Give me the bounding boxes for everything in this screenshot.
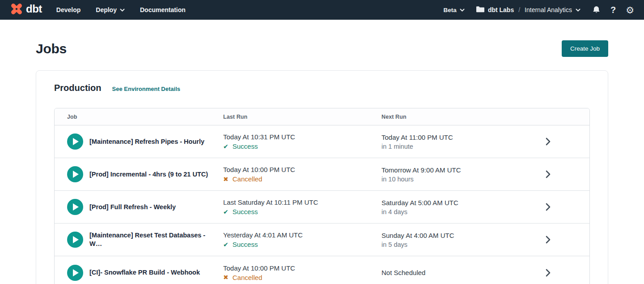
jobs-table: Job Last Run Next Run [Maintenance] Refr… <box>54 108 590 284</box>
job-status: ✔ Success <box>223 208 373 215</box>
job-name: [CI]- Snowflake PR Build - Webhook <box>89 268 200 277</box>
next-run-time: Sunday At 4:00 AM UTC <box>381 232 498 239</box>
job-name: [Maintenance] Refresh Pipes - Hourly <box>89 138 204 146</box>
top-nav: dbt Develop Deploy Documentation Beta <box>0 0 644 20</box>
project-switcher[interactable]: dbt Labs / Internal Analytics <box>476 6 580 14</box>
chevron-right-icon[interactable] <box>546 203 551 211</box>
project-name: Internal Analytics <box>525 6 572 13</box>
jobs-table-body: [Maintenance] Refresh Pipes - Hourly Tod… <box>55 125 589 284</box>
column-header-next-run: Next Run <box>381 114 507 120</box>
job-name: [Prod] Incremental - 4hrs (9 to 21 UTC) <box>89 170 208 179</box>
gear-icon[interactable]: ⚙ <box>626 5 634 15</box>
x-icon: ✖ <box>223 274 229 280</box>
job-name: [Prod] Full Refresh - Weekly <box>89 203 176 211</box>
next-run-time: Tomorrow At 9:00 AM UTC <box>381 166 498 174</box>
create-job-button[interactable]: Create Job <box>562 40 608 57</box>
next-run-relative: in 10 hours <box>381 176 498 183</box>
nav-item-documentation[interactable]: Documentation <box>140 6 186 13</box>
job-name: [Maintenance] Reset Test Databases - W… <box>89 231 212 248</box>
nav-item-deploy[interactable]: Deploy <box>96 6 125 13</box>
play-icon[interactable] <box>67 133 83 150</box>
play-icon[interactable] <box>67 199 83 215</box>
dbt-logo[interactable]: dbt <box>10 2 42 17</box>
table-row[interactable]: [Maintenance] Reset Test Databases - W… … <box>55 224 589 256</box>
job-status: ✔ Success <box>223 241 373 248</box>
table-row[interactable]: [Prod] Full Refresh - Weekly Last Saturd… <box>55 191 589 224</box>
help-icon[interactable]: ? <box>610 5 616 14</box>
chevron-right-icon[interactable] <box>546 170 551 178</box>
chevron-right-icon[interactable] <box>546 269 551 277</box>
main-content: Jobs Create Job Production See Environme… <box>0 40 644 284</box>
next-run-time: Today At 11:00 PM UTC <box>381 133 498 141</box>
check-icon: ✔ <box>223 209 229 215</box>
chevron-down-icon <box>120 6 125 13</box>
chevron-down-icon <box>460 7 465 13</box>
status-label: Success <box>233 208 258 215</box>
jobs-table-header: Job Last Run Next Run <box>55 108 589 125</box>
last-run-time: Today At 10:00 PM UTC <box>223 166 373 173</box>
next-run-relative: in 4 days <box>381 208 498 215</box>
table-row[interactable]: [Prod] Incremental - 4hrs (9 to 21 UTC) … <box>55 158 589 191</box>
dbt-logo-icon <box>10 2 23 17</box>
job-status: ✖ Cancelled <box>223 175 373 183</box>
table-row[interactable]: [Maintenance] Refresh Pipes - Hourly Tod… <box>55 125 589 158</box>
play-icon[interactable] <box>67 232 83 248</box>
see-environment-details-link[interactable]: See Environment Details <box>112 86 180 92</box>
next-run-relative: in 5 days <box>381 241 498 248</box>
dbt-wordmark: dbt <box>26 4 42 16</box>
nav-item-develop[interactable]: Develop <box>56 6 80 13</box>
last-run-time: Today At 10:31 PM UTC <box>223 133 373 141</box>
breadcrumb-separator: / <box>517 6 521 13</box>
last-run-time: Last Saturday At 10:11 PM UTC <box>223 198 373 206</box>
x-icon: ✖ <box>223 176 229 182</box>
check-icon: ✔ <box>223 241 229 248</box>
status-label: Cancelled <box>233 175 263 183</box>
next-run-relative: in 1 minute <box>381 143 498 150</box>
chevron-right-icon[interactable] <box>546 138 551 146</box>
bell-icon[interactable] <box>592 5 601 14</box>
play-icon[interactable] <box>67 166 83 182</box>
environment-card: Production See Environment Details Job L… <box>36 70 608 284</box>
page-title: Jobs <box>36 41 67 56</box>
environment-name: Production <box>54 83 102 93</box>
next-run-time: Not Scheduled <box>381 269 498 276</box>
job-status: ✖ Cancelled <box>223 274 373 281</box>
column-header-last-run: Last Run <box>223 114 381 120</box>
check-icon: ✔ <box>223 143 229 150</box>
chevron-right-icon[interactable] <box>546 236 551 244</box>
last-run-time: Today At 10:00 PM UTC <box>223 264 373 272</box>
table-row[interactable]: [CI]- Snowflake PR Build - Webhook Today… <box>55 256 589 284</box>
beta-dropdown[interactable]: Beta <box>444 7 465 13</box>
next-run-time: Saturday At 5:00 AM UTC <box>381 199 498 207</box>
status-label: Cancelled <box>233 274 263 281</box>
job-status: ✔ Success <box>223 142 373 150</box>
status-label: Success <box>233 142 258 150</box>
column-header-job: Job <box>67 114 223 120</box>
status-label: Success <box>233 241 258 248</box>
last-run-time: Yesterday At 4:01 AM UTC <box>223 231 373 239</box>
chevron-down-icon <box>576 6 580 13</box>
play-icon[interactable] <box>67 265 83 281</box>
account-name: dbt Labs <box>488 6 514 13</box>
folder-icon <box>476 6 484 14</box>
primary-nav: Develop Deploy Documentation <box>56 6 186 13</box>
